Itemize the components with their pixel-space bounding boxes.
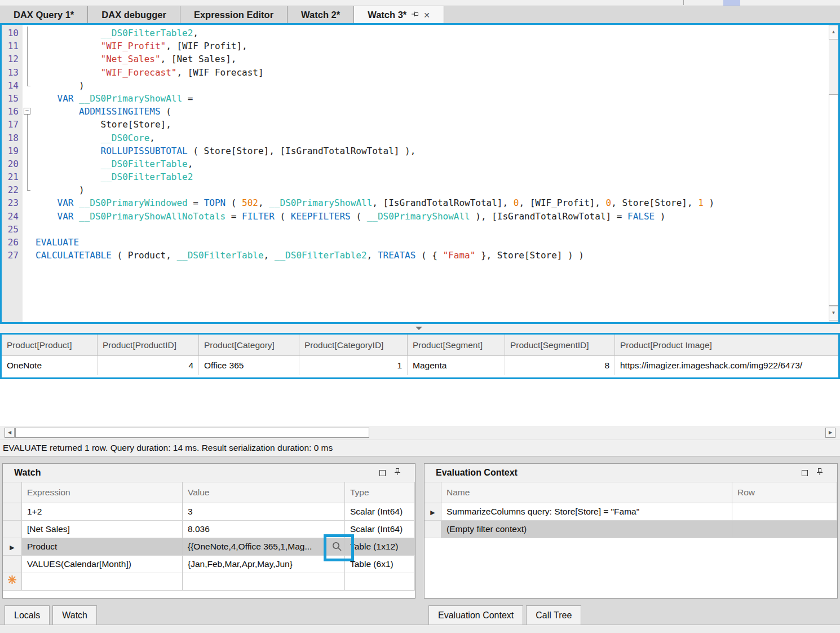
tab-bar: DAX Query 1*DAX debuggerExpression Edito… (0, 6, 840, 23)
editor-results-splitter[interactable] (0, 324, 840, 333)
tab-expression-editor[interactable]: Expression Editor (180, 6, 288, 24)
tab-locals[interactable]: Locals (5, 605, 50, 625)
tab-watch-3[interactable]: Watch 3*✕ (354, 6, 444, 24)
tab-dax-debugger[interactable]: DAX debugger (88, 6, 180, 24)
code-line: __DS0FilterTable2 (36, 170, 829, 183)
results-column-header[interactable]: Product[Product] (2, 335, 98, 355)
watch-expression-cell[interactable]: [Net Sales] (22, 521, 183, 538)
eval-row-cell[interactable] (732, 521, 837, 538)
new-row-star-icon (3, 573, 22, 590)
scroll-left-icon[interactable]: ◀ (5, 428, 15, 438)
watch-column-header[interactable]: Type (345, 482, 415, 503)
fold-margin-cell (23, 236, 33, 249)
watch-grid-header: ExpressionValueType (3, 482, 415, 503)
fold-collapse-icon[interactable]: − (23, 105, 33, 118)
scroll-up-icon[interactable]: ▲ (829, 25, 838, 39)
eval-row-cell[interactable] (732, 503, 837, 520)
highlight-box (324, 534, 354, 561)
eval-name-cell[interactable]: SummarizeColumns query: Store[Store] = "… (441, 503, 732, 520)
results-cell[interactable]: https://imagizer.imageshack.com/img922/6… (615, 356, 838, 375)
watch-value-cell[interactable]: 8.036 (183, 521, 345, 538)
maximize-icon[interactable] (379, 470, 386, 476)
tab-label: Expression Editor (194, 10, 273, 20)
watch-value-cell[interactable]: {Jan,Feb,Mar,Apr,May,Jun} (183, 556, 345, 573)
collapse-arrow-icon[interactable] (415, 327, 422, 330)
query-results-grid[interactable]: Product[Product]Product[ProductID]Produc… (0, 333, 840, 379)
close-icon[interactable]: ✕ (423, 11, 430, 20)
watch-type-cell[interactable]: Table (6x1) (345, 556, 415, 573)
vertical-scrollbar-thumb[interactable] (829, 94, 838, 306)
watch-expression-cell[interactable]: 1+2 (22, 503, 183, 520)
watch-row[interactable]: ▶Product{{OneNote,4,Office 365,1,Mag...T… (3, 538, 415, 556)
watch-value-cell[interactable]: 3 (183, 503, 345, 520)
results-cell[interactable]: 1 (299, 356, 408, 375)
editor-code-area[interactable]: __DS0FilterTable2, "WIF_Profit", [WIF Pr… (33, 25, 829, 322)
watch-row[interactable] (3, 573, 415, 591)
pin-icon[interactable] (816, 468, 823, 478)
watch-row[interactable]: 1+23Scalar (Int64) (3, 503, 415, 521)
code-line: __DS0FilterTable, (36, 157, 829, 170)
results-column-header[interactable]: Product[Product Image] (615, 335, 838, 355)
results-cell[interactable]: OneNote (2, 356, 98, 375)
code-line: EVALUATE (36, 236, 829, 249)
eval-context-row[interactable]: (Empty filter context) (425, 521, 837, 538)
results-column-header[interactable]: Product[CategoryID] (299, 335, 408, 355)
tab-watch-2[interactable]: Watch 2* (288, 6, 354, 24)
pin-icon[interactable] (394, 468, 401, 478)
fold-margin-cell (23, 79, 33, 92)
watch-column-header[interactable]: Expression (22, 482, 183, 503)
results-column-header[interactable]: Product[Segment] (408, 335, 505, 355)
line-number: 12 (2, 52, 19, 65)
results-cell[interactable]: Office 365 (199, 356, 299, 375)
tab-dax-query-1[interactable]: DAX Query 1* (0, 6, 88, 24)
scroll-down-icon[interactable]: ▼ (829, 306, 838, 320)
fold-margin-cell (23, 39, 33, 52)
tab-evaluation-context[interactable]: Evaluation Context (428, 605, 523, 625)
results-column-header[interactable]: Product[ProductID] (98, 335, 199, 355)
code-line: VAR __DS0PrimaryShowAllNoTotals = FILTER… (36, 210, 829, 223)
watch-column-header[interactable]: Value (183, 482, 345, 503)
maximize-icon[interactable] (802, 470, 808, 476)
code-line: ADDMISSINGITEMS ( (36, 105, 829, 118)
results-empty-area (0, 379, 840, 426)
watch-type-cell[interactable]: Table (1x12) (345, 538, 415, 555)
results-cell[interactable]: 4 (98, 356, 199, 375)
code-line (36, 223, 829, 236)
editor-vertical-scrollbar[interactable]: ▲ ▼ (829, 25, 838, 322)
watch-type-cell[interactable]: Scalar (Int64) (345, 521, 415, 538)
tab-watch[interactable]: Watch (52, 605, 97, 625)
results-column-header[interactable]: Product[Category] (199, 335, 299, 355)
row-marker-cell (425, 521, 441, 538)
watch-expression-cell[interactable] (22, 573, 183, 590)
current-row-marker-icon: ▶ (425, 503, 441, 520)
eval-column-header[interactable]: Row (732, 482, 837, 503)
line-number: 22 (2, 183, 19, 196)
results-row[interactable]: OneNote4Office 3651Magenta8https://imagi… (2, 356, 838, 375)
eval-context-row[interactable]: ▶SummarizeColumns query: Store[Store] = … (425, 503, 837, 521)
watch-value-cell[interactable]: {{OneNote,4,Office 365,1,Mag... (183, 538, 345, 555)
eval-column-header[interactable]: Name (441, 482, 732, 503)
eval-name-cell[interactable]: (Empty filter context) (441, 521, 732, 538)
watch-type-cell[interactable] (345, 573, 415, 590)
code-line: "Net_Sales", [Net Sales], (36, 52, 829, 65)
scroll-right-icon[interactable]: ▶ (825, 428, 835, 438)
line-number: 27 (2, 249, 19, 262)
row-marker-cell (3, 503, 22, 520)
results-horizontal-scrollbar[interactable]: ◀ ▶ (0, 426, 840, 439)
watch-type-cell[interactable]: Scalar (Int64) (345, 503, 415, 520)
watch-expression-cell[interactable]: VALUES(Calendar[Month]) (22, 556, 183, 573)
code-line: Store[Store], (36, 118, 829, 131)
fold-margin-cell (23, 66, 33, 79)
row-marker-cell (3, 521, 22, 538)
watch-value-cell[interactable] (183, 573, 345, 590)
top-toolbar-strip (0, 0, 840, 6)
watch-expression-cell[interactable]: Product (22, 538, 183, 555)
results-column-header[interactable]: Product[SegmentID] (505, 335, 615, 355)
dax-code-editor[interactable]: 101112131415161718192021222324252627 − _… (0, 23, 840, 324)
results-cell[interactable]: 8 (505, 356, 615, 375)
line-number: 26 (2, 236, 19, 249)
tab-call-tree[interactable]: Call Tree (526, 605, 581, 625)
results-cell[interactable]: Magenta (408, 356, 505, 375)
pin-icon[interactable] (412, 10, 418, 20)
horizontal-scrollbar-thumb[interactable] (15, 428, 369, 438)
